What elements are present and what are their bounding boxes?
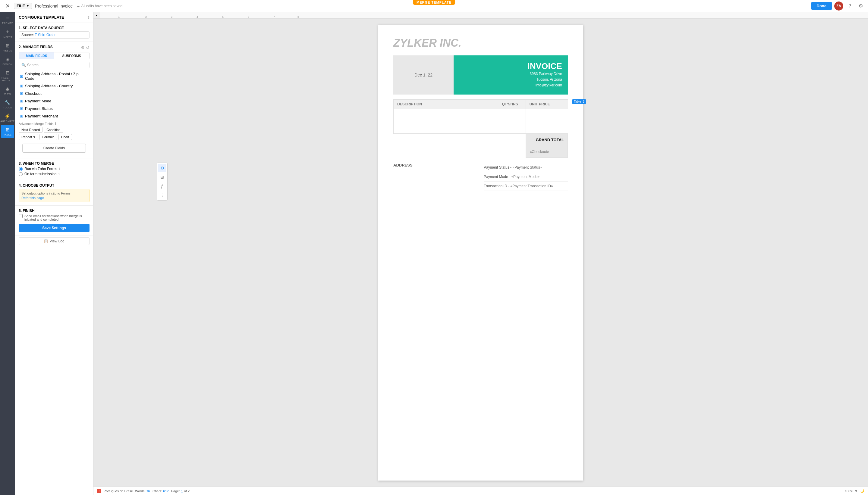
merge-tags: Next Record Condition	[19, 127, 89, 133]
ruler-mark-3: 3	[171, 15, 173, 18]
ruler: ◂ 1 2 3 4 5 6 7 8	[94, 12, 868, 19]
sidebar-item-format[interactable]: ≡ FORMAT	[1, 14, 14, 26]
statusbar: ! Português do Brasil Words: 76 Chars: 6…	[94, 487, 868, 495]
table-badge: Table_3	[572, 99, 586, 104]
email-notification-checkbox-label[interactable]: Send email notifications when merge is i…	[19, 214, 89, 221]
section-1-title: 1. SELECT DATA SOURCE	[19, 26, 89, 30]
float-tool-more[interactable]: ⋮	[158, 191, 166, 199]
document-area: ◂ 1 2 3 4 5 6 7 8 ⚙ ⊞ ƒ ⋮ ZY	[94, 12, 868, 495]
table-row-2	[394, 121, 568, 133]
condition-tag[interactable]: Condition	[44, 127, 63, 133]
field-icon: ⊞	[20, 99, 23, 103]
field-label: Shipping Address - Postal / Zip Code	[25, 72, 88, 81]
tab-subforms[interactable]: SUBFORMS	[54, 52, 89, 59]
chars-label: Chars: 617	[152, 489, 169, 493]
repeat-tag[interactable]: Repeat ▼	[19, 134, 38, 140]
sidebar-item-automate[interactable]: ⚡ AUTOMATE	[1, 112, 14, 124]
manage-fields-settings-icon[interactable]: ⚙	[81, 45, 85, 50]
cloud-icon: ☁	[76, 4, 80, 8]
on-form-submission-radio[interactable]	[19, 172, 22, 176]
document-page: ZYLKER INC. Dec 1, 22 INVOICE 3983 Parkw…	[378, 25, 583, 480]
field-icon: ⊞	[20, 74, 23, 79]
fields-list: ⊞ Shipping Address - Postal / Zip Code ⊞…	[19, 70, 89, 120]
search-input[interactable]	[27, 63, 87, 67]
field-icon: ⊞	[20, 106, 23, 111]
sidebar-item-page-setup[interactable]: ⊟ PAGE SETUP	[1, 68, 14, 84]
config-help-icon[interactable]: ?	[87, 16, 89, 19]
tab-main-fields[interactable]: MAIN FIELDS	[19, 52, 54, 59]
sidebar-item-insert[interactable]: ＋ INSERT	[1, 27, 14, 40]
on-form-submission-option[interactable]: On form submission ℹ	[19, 172, 89, 176]
field-item-postal[interactable]: ⊞ Shipping Address - Postal / Zip Code	[19, 70, 89, 82]
help-icon[interactable]: ?	[846, 2, 854, 10]
fields-tabs: MAIN FIELDS SUBFORMS	[19, 52, 89, 59]
field-item-payment-merchant[interactable]: ⊞ Payment Merchant	[19, 112, 89, 120]
dark-mode-icon[interactable]: 🌙	[860, 489, 864, 493]
float-tool-table[interactable]: ⊞	[158, 173, 166, 181]
chart-tag[interactable]: Chart	[59, 134, 72, 140]
design-label: DESIGN	[2, 63, 13, 66]
option-info-icon[interactable]: ℹ	[59, 167, 60, 171]
config-panel-header: CONFIGURE TEMPLATE ?	[15, 12, 93, 23]
field-item-payment-mode[interactable]: ⊞ Payment Mode	[19, 97, 89, 105]
document-scroll[interactable]: ⚙ ⊞ ƒ ⋮ ZYLKER INC. Dec 1, 22 INVOICE 39…	[94, 19, 868, 487]
field-label: Payment Status	[25, 106, 53, 111]
run-via-zoho-radio[interactable]	[19, 167, 22, 171]
field-icon: ⊞	[20, 114, 23, 118]
ruler-mark-7: 7	[273, 15, 275, 18]
address-label: ADDRESS	[393, 163, 478, 167]
formula-tag[interactable]: Formula	[39, 134, 57, 140]
next-record-tag[interactable]: Next Record	[19, 127, 43, 133]
create-fields-button[interactable]: Create Fields	[22, 143, 86, 153]
page-of: of 2	[184, 489, 190, 493]
language-label[interactable]: Português do Brasil	[104, 489, 133, 493]
insert-label: INSERT	[3, 36, 12, 38]
close-button[interactable]: ✕	[3, 1, 12, 11]
option-info-icon-2[interactable]: ℹ	[59, 172, 60, 176]
sidebar-item-fields[interactable]: ⊞ FIELDS	[1, 41, 14, 54]
ruler-toggle[interactable]: ◂	[94, 12, 100, 19]
settings-icon[interactable]: ⚙	[856, 2, 865, 10]
payment-mode-row: Payment Mode - «Payment Mode»	[484, 172, 568, 182]
file-menu-button[interactable]: FILE ▼	[14, 3, 32, 9]
merge-tags-2: Repeat ▼ Formula Chart	[19, 134, 89, 140]
insert-icon: ＋	[5, 29, 10, 35]
field-icon: ⊞	[20, 84, 23, 88]
advanced-info-icon[interactable]: ℹ	[55, 122, 56, 125]
save-settings-button[interactable]: Save Settings	[19, 224, 89, 232]
source-link[interactable]: T Shirt Order	[35, 33, 55, 37]
merge-template-badge: MERGE TEMPLATE	[413, 0, 455, 5]
advanced-merge-label: Advanced Merge Fields ℹ	[19, 122, 89, 125]
refer-page-link[interactable]: Refer this page	[21, 196, 87, 200]
field-label: Checkout	[25, 91, 42, 96]
field-label: Payment Merchant	[25, 114, 58, 118]
page-indicator: Page: 1 of 2	[171, 489, 190, 493]
sidebar-item-design[interactable]: ◈ DESIGN	[1, 54, 14, 67]
table-icon: ⊞	[6, 127, 10, 133]
view-log-button[interactable]: 📋 View Log	[19, 237, 89, 245]
manage-fields-refresh-icon[interactable]: ↺	[86, 45, 89, 50]
words-label: Words: 76	[135, 489, 150, 493]
field-item-country[interactable]: ⊞ Shipping Address - Country	[19, 82, 89, 90]
email-notification-checkbox[interactable]	[19, 214, 22, 218]
current-page[interactable]: 1	[181, 489, 183, 493]
zoom-arrow-icon[interactable]: ▼	[854, 489, 858, 493]
file-arrow: ▼	[26, 4, 29, 7]
design-icon: ◈	[6, 56, 9, 62]
float-tool-settings[interactable]: ⚙	[158, 164, 166, 172]
run-via-zoho-option[interactable]: Run via Zoho Forms ℹ	[19, 167, 89, 171]
col-unit-price: UNIT PRICE	[526, 99, 568, 109]
float-tool-formula[interactable]: ƒ	[158, 182, 166, 190]
view-icon: ◉	[5, 86, 10, 92]
sidebar-item-view[interactable]: ◉ VIEW	[1, 84, 14, 97]
field-item-payment-status[interactable]: ⊞ Payment Status	[19, 105, 89, 112]
field-item-checkout[interactable]: ⊞ Checkout	[19, 90, 89, 97]
sidebar-item-tools[interactable]: 🔧 TOOLS	[1, 98, 14, 111]
ruler-mark-2: 2	[145, 15, 147, 18]
format-icon: ≡	[6, 15, 9, 21]
done-button[interactable]: Done	[811, 2, 832, 10]
config-panel: CONFIGURE TEMPLATE ? 1. SELECT DATA SOUR…	[15, 12, 94, 495]
saved-status: ☁ All edits have been saved	[76, 4, 122, 8]
checkout-value: «Checkout»	[526, 146, 568, 157]
sidebar-item-table[interactable]: ⊞ TABLE	[1, 125, 14, 138]
